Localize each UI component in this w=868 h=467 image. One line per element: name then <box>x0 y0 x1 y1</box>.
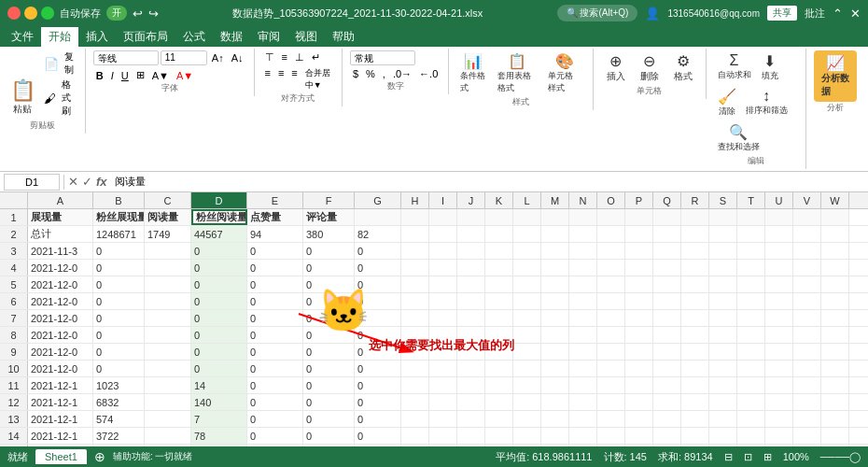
align-right-btn[interactable]: ≡ <box>288 66 300 92</box>
cell[interactable]: 0 <box>247 445 303 446</box>
cell[interactable] <box>541 327 569 343</box>
cell[interactable] <box>625 428 653 444</box>
cell[interactable]: 0 <box>355 243 401 259</box>
cell[interactable] <box>625 209 653 225</box>
col-header-C[interactable]: C <box>145 192 191 208</box>
col-header-G[interactable]: G <box>355 192 401 208</box>
cell[interactable] <box>793 260 821 276</box>
cell[interactable] <box>653 445 681 446</box>
cell[interactable]: 2021-12-0 <box>28 344 93 360</box>
cell[interactable] <box>429 310 457 326</box>
cell[interactable] <box>401 243 429 259</box>
cell[interactable] <box>793 428 821 444</box>
menu-formulas[interactable]: 公式 <box>175 27 213 47</box>
cell[interactable] <box>145 327 191 343</box>
cell[interactable] <box>765 310 793 326</box>
cell[interactable] <box>429 377 457 393</box>
cell[interactable]: 1749 <box>145 226 191 242</box>
cell[interactable] <box>625 293 653 309</box>
cell[interactable] <box>737 445 765 446</box>
cell[interactable] <box>597 226 625 242</box>
cell[interactable]: 0 <box>247 411 303 427</box>
cell[interactable] <box>709 361 737 376</box>
redo-icon[interactable]: ↪ <box>148 7 159 21</box>
cell[interactable]: 展现量 <box>28 209 93 225</box>
cell[interactable] <box>709 445 737 446</box>
cell[interactable] <box>597 361 625 376</box>
cell[interactable] <box>821 344 849 360</box>
cell[interactable] <box>793 361 821 376</box>
clear-btn[interactable]: 🧹 清除 <box>714 86 740 120</box>
cell[interactable]: 0 <box>191 276 247 292</box>
font-name-combo[interactable]: 等线 <box>93 50 159 65</box>
table-format-btn[interactable]: 📋 套用表格格式 <box>494 50 540 96</box>
cell[interactable] <box>653 276 681 292</box>
cell[interactable] <box>513 226 541 242</box>
cell[interactable] <box>401 209 429 225</box>
cell[interactable] <box>569 445 597 446</box>
cell[interactable] <box>355 209 401 225</box>
cell[interactable] <box>569 276 597 292</box>
border-btn[interactable]: ⊞ <box>133 68 147 82</box>
cell[interactable] <box>653 226 681 242</box>
analyze-data-btn[interactable]: 📈 分析数据 <box>814 50 857 102</box>
cell[interactable]: 0 <box>247 394 303 410</box>
cell[interactable] <box>541 377 569 393</box>
cell[interactable] <box>737 209 765 225</box>
cell[interactable] <box>625 377 653 393</box>
cell[interactable] <box>401 428 429 444</box>
cell[interactable] <box>653 243 681 259</box>
cell[interactable] <box>709 411 737 427</box>
cell[interactable] <box>709 276 737 292</box>
cell[interactable]: 评论量 <box>303 209 355 225</box>
cell[interactable] <box>737 327 765 343</box>
cell[interactable]: 0 <box>191 361 247 376</box>
cell[interactable] <box>541 411 569 427</box>
col-header-O[interactable]: O <box>597 192 625 208</box>
cell[interactable] <box>513 361 541 376</box>
cell[interactable]: 阅读量 <box>145 209 191 225</box>
cell[interactable] <box>793 411 821 427</box>
cell[interactable] <box>737 243 765 259</box>
col-header-K[interactable]: K <box>485 192 513 208</box>
cell[interactable] <box>821 411 849 427</box>
cell[interactable]: 140 <box>191 394 247 410</box>
cell[interactable] <box>569 209 597 225</box>
search-box[interactable]: 🔍 搜索(Alt+Q) <box>557 5 638 21</box>
cell[interactable] <box>485 394 513 410</box>
paste-button[interactable]: 📋 粘贴 <box>7 77 37 118</box>
cell[interactable] <box>569 327 597 343</box>
cell[interactable] <box>709 344 737 360</box>
cell[interactable] <box>569 344 597 360</box>
cell[interactable] <box>765 293 793 309</box>
cell[interactable] <box>597 327 625 343</box>
cell[interactable]: 0 <box>247 243 303 259</box>
cell[interactable] <box>457 243 485 259</box>
cell[interactable]: 2021-12-0 <box>28 260 93 276</box>
comma-btn[interactable]: , <box>380 67 388 80</box>
cell[interactable]: 0 <box>355 411 401 427</box>
cell[interactable] <box>709 394 737 410</box>
cell[interactable] <box>485 428 513 444</box>
add-sheet-btn[interactable]: ⊕ <box>94 449 105 464</box>
cell[interactable] <box>709 243 737 259</box>
number-format-combo[interactable]: 常规 <box>350 50 415 65</box>
cell[interactable]: 94 <box>247 226 303 242</box>
col-header-W[interactable]: W <box>821 192 849 208</box>
formula-input[interactable] <box>111 174 864 191</box>
cell[interactable]: 2021-12-1 <box>28 428 93 444</box>
delete-btn[interactable]: ⊖ 删除 <box>635 50 665 85</box>
cell[interactable] <box>541 428 569 444</box>
cell[interactable] <box>513 411 541 427</box>
cell[interactable] <box>597 293 625 309</box>
cell[interactable] <box>485 361 513 376</box>
copy-button[interactable]: 📄 <box>41 56 62 72</box>
format-btn[interactable]: ⚙ 格式 <box>668 50 698 85</box>
cell[interactable]: 2021-12-1 <box>28 377 93 393</box>
cell[interactable] <box>737 344 765 360</box>
cell[interactable]: 0 <box>247 293 303 309</box>
cell[interactable]: 0 <box>303 243 355 259</box>
cell[interactable] <box>457 293 485 309</box>
cell[interactable] <box>709 226 737 242</box>
cell[interactable] <box>793 445 821 446</box>
